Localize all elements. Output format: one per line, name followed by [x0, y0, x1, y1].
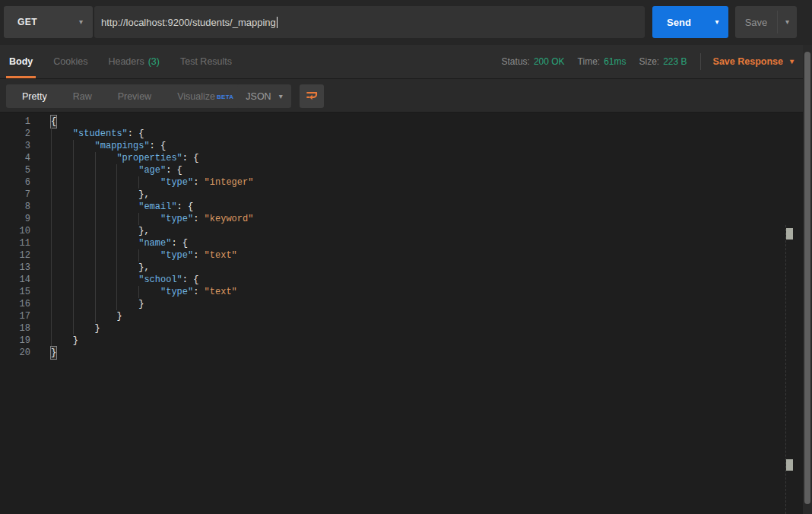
code-token: "school" [138, 274, 182, 286]
indent-guide [73, 213, 95, 225]
url-text: http://localhost:9200/students/_mapping [101, 17, 276, 28]
indent-guide [51, 189, 73, 201]
mode-raw[interactable]: Raw [60, 91, 105, 102]
code-line-content: "name": { [51, 237, 188, 249]
indent-guide [116, 286, 138, 298]
method-select[interactable]: GET ▾ [4, 6, 93, 38]
indent-guide [95, 164, 117, 176]
code-line: 11"name": { [0, 237, 812, 249]
size-pair: Size: 223 B [639, 56, 687, 67]
editor-scroll-track [785, 225, 786, 514]
tab-body[interactable]: Body [9, 45, 33, 78]
indent-guide [95, 176, 117, 189]
indent-guide [138, 286, 160, 298]
save-response-button[interactable]: Save Response ▾ [713, 56, 794, 67]
indent-guide [73, 262, 95, 274]
save-button-group: Save ▾ [735, 6, 797, 38]
code-line: 16} [0, 298, 812, 310]
tab-headers[interactable]: Headers(3) [108, 45, 160, 78]
send-dropdown-button[interactable]: ▾ [706, 6, 728, 38]
save-response-label: Save Response [713, 56, 783, 67]
code-token: : { [177, 201, 194, 213]
time-value: 61ms [604, 56, 626, 67]
send-button[interactable]: Send [652, 6, 706, 38]
code-line: 7}, [0, 189, 812, 201]
code-token: : { [166, 164, 182, 176]
response-tab-row: BodyCookiesHeaders(3)Test Results Status… [0, 45, 812, 79]
indent-guide [73, 237, 95, 249]
line-number: 6 [0, 176, 30, 189]
chevron-down-icon: ▾ [715, 18, 718, 26]
indent-guide [51, 176, 73, 189]
code-line: 15"type": "text" [0, 286, 812, 298]
line-number: 8 [0, 201, 30, 213]
method-label: GET [17, 17, 37, 27]
active-tab-underline [6, 76, 36, 78]
language-select[interactable]: JSON ▾ [237, 84, 291, 108]
mode-visualize[interactable]: VisualizeBETA [164, 91, 246, 102]
viewer-toolbar: PrettyRawPreviewVisualizeBETA JSON ▾ [0, 79, 812, 113]
code-line-content: } [51, 310, 122, 322]
tab-test-results[interactable]: Test Results [180, 45, 232, 78]
save-button[interactable]: Save [735, 6, 777, 38]
code-token: : { [171, 237, 188, 249]
window-scrollbar-thumb[interactable] [804, 52, 810, 504]
indent-guide [116, 298, 138, 310]
indent-guide [51, 335, 73, 347]
indent-guide [116, 213, 138, 225]
tab-cookies[interactable]: Cookies [53, 45, 87, 78]
indent-guide [51, 201, 73, 213]
save-dropdown-button[interactable]: ▾ [778, 6, 797, 38]
code-token: "type" [160, 286, 193, 298]
indent-guide [95, 286, 117, 298]
code-token: } [116, 310, 122, 322]
language-label: JSON [246, 91, 271, 102]
code-line-content: { [51, 116, 56, 128]
size-value: 223 B [663, 56, 687, 67]
indent-guide [73, 249, 95, 262]
indent-guide [51, 274, 73, 286]
mode-preview[interactable]: Preview [105, 91, 164, 102]
code-line-content: } [51, 335, 78, 347]
code-line-content: } [51, 347, 56, 359]
wrap-text-button[interactable] [300, 84, 324, 108]
indent-guide [51, 164, 73, 176]
line-number: 10 [0, 225, 30, 237]
indent-guide [51, 237, 73, 249]
indent-guide [95, 225, 117, 237]
code-line-content: }, [51, 225, 150, 237]
time-label: Time: [578, 56, 601, 67]
mode-label: Pretty [22, 91, 47, 102]
bracket-match-marker [786, 228, 793, 240]
code-line-content: "age": { [51, 164, 182, 176]
code-token: "type" [160, 213, 193, 225]
code-line: 8"email": { [0, 201, 812, 213]
code-line: 19} [0, 335, 812, 347]
indent-guide [73, 286, 95, 298]
indent-guide [138, 249, 160, 262]
indent-guide [116, 274, 138, 286]
code-line: 18} [0, 322, 812, 335]
line-number: 12 [0, 249, 30, 262]
line-number: 7 [0, 189, 30, 201]
indent-guide [73, 298, 95, 310]
url-input[interactable]: http://localhost:9200/students/_mapping [94, 6, 645, 38]
line-number: 5 [0, 164, 30, 176]
code-token: "text" [205, 249, 237, 262]
indent-guide [73, 189, 95, 201]
line-number: 15 [0, 286, 30, 298]
chevron-down-icon: ▾ [79, 18, 83, 26]
code-line: 9"type": "keyword" [0, 213, 812, 225]
code-token: "type" [160, 249, 193, 262]
code-line: 2"students": { [0, 128, 812, 140]
indent-guide [116, 237, 138, 249]
code-line-content: "type": "integer" [51, 176, 253, 189]
code-line: 14"school": { [0, 274, 812, 286]
line-number: 2 [0, 128, 30, 140]
code-token: "email" [138, 201, 176, 213]
indent-guide [73, 140, 95, 152]
mode-pretty[interactable]: Pretty [9, 91, 60, 102]
text-caret [277, 17, 278, 28]
code-token: : { [128, 128, 144, 140]
indent-guide [73, 322, 95, 335]
